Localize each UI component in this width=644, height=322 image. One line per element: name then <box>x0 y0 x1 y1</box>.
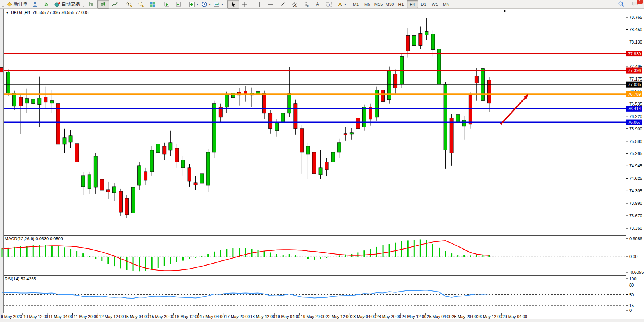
macd-histogram-bar <box>101 257 102 261</box>
equidistant-channel-tool-button[interactable]: E <box>288 0 300 9</box>
tf-button-mn[interactable]: MN <box>440 0 452 8</box>
macd-histogram-bar <box>332 257 333 257</box>
macd-histogram-bar <box>176 257 177 262</box>
auto-trading-button[interactable]: 自动交易 <box>53 0 82 9</box>
macd-histogram-bar <box>289 254 290 257</box>
candle-body <box>50 101 54 103</box>
chart-canvas[interactable]: 78.76578.45078.13077.49577.17576.85576.5… <box>0 9 644 322</box>
auto-scroll-button[interactable] <box>161 0 173 9</box>
price-axis-tick-label: 76.220 <box>629 114 642 119</box>
horizontal-line-tool-button[interactable] <box>265 0 277 9</box>
templates-button[interactable]: ▾ <box>212 0 225 9</box>
macd-histogram-bar <box>445 251 446 257</box>
toolbar-grip[interactable] <box>2 2 4 7</box>
signal-button[interactable] <box>41 0 53 9</box>
time-axis-label: 12 May 12:00 <box>99 314 124 319</box>
macd-histogram-bar <box>270 252 271 257</box>
tf-button-h1[interactable]: H1 <box>395 0 407 8</box>
candlestick-chart-button[interactable] <box>97 0 109 9</box>
price-badge-label: 77.035 <box>628 82 641 87</box>
timeframes-dropdown-caret[interactable]: ▾ <box>209 2 211 6</box>
vertical-line-tool-button[interactable] <box>253 0 265 9</box>
time-axis[interactable]: 9 May 202310 May 12:0011 May 04:0011 May… <box>1 313 527 319</box>
chart-symbol-title[interactable]: ▼UKOil-,H4 76.555 77.095 76.555 77.035 <box>5 10 88 15</box>
price-badge-label: 76.067 <box>628 120 641 125</box>
trendline-tool-button[interactable] <box>277 0 288 9</box>
candle-body <box>56 104 60 144</box>
macd-histogram-bar <box>39 245 40 257</box>
candle-body <box>350 133 353 134</box>
templates-dropdown-caret[interactable]: ▾ <box>221 2 223 6</box>
tile-windows-button[interactable] <box>147 0 158 9</box>
window-left-edge <box>0 9 3 322</box>
zoom-in-button[interactable] <box>123 0 135 9</box>
tile-windows-icon <box>149 1 156 7</box>
tf-button-m30[interactable]: M30 <box>384 0 395 8</box>
search-icon <box>618 1 625 7</box>
toolbar-right-group: 1 <box>615 0 643 9</box>
candle-body <box>138 166 141 185</box>
chart-shift-button[interactable] <box>173 0 184 9</box>
arrow-annotation[interactable] <box>501 95 528 124</box>
macd-histogram-bar <box>76 251 77 257</box>
rsi-axis-label: 0 <box>629 308 632 313</box>
tf-button-w1[interactable]: W1 <box>429 0 440 8</box>
price-badge-77.830: 77.830 <box>626 51 642 56</box>
tf-button-d1[interactable]: D1 <box>418 0 429 8</box>
tf-button-m1[interactable]: M1 <box>350 0 361 8</box>
crosshair-tool-button[interactable] <box>239 0 251 9</box>
macd-histogram-bar <box>376 247 377 257</box>
text-tool-button[interactable]: A <box>312 0 323 9</box>
candle-body <box>100 179 104 190</box>
macd-histogram-bar <box>226 249 227 257</box>
chart-collapse-icon[interactable]: ▼ <box>5 11 9 15</box>
macd-histogram-bar <box>301 257 302 257</box>
tf-button-m15[interactable]: M15 <box>373 0 384 8</box>
macd-histogram-bar <box>420 239 421 257</box>
price-axis-tick-label: 73.990 <box>629 201 642 206</box>
price-axis-tick-label: 74.945 <box>629 164 642 168</box>
new-order-button[interactable]: 新订单 <box>5 0 29 9</box>
indicators-button[interactable]: ▾ <box>187 0 200 9</box>
toolbar-grip[interactable] <box>83 2 84 7</box>
price-axis-tick-label: 78.130 <box>629 40 642 44</box>
macd-histogram-bar <box>245 248 246 257</box>
arrow-objects-button[interactable]: ▾ <box>335 0 347 9</box>
time-axis-label: 15 May 04:00 <box>124 314 149 319</box>
candle-body <box>431 34 435 50</box>
accounts-button[interactable] <box>29 0 41 9</box>
candle-body <box>475 76 478 83</box>
cursor-tool-button[interactable] <box>227 0 239 9</box>
text-label-tool-button[interactable]: T <box>323 0 335 9</box>
macd-histogram-bar <box>370 249 371 257</box>
macd-axis-label: 0.6986 <box>629 236 642 241</box>
candle-body <box>206 152 210 185</box>
chat-button[interactable]: 1 <box>629 0 641 9</box>
macd-panel <box>2 239 626 271</box>
search-button[interactable] <box>615 0 627 9</box>
macd-histogram-bar <box>476 255 477 257</box>
arrow-objects-dropdown-caret[interactable]: ▾ <box>344 2 346 6</box>
line-chart-button[interactable] <box>109 0 121 9</box>
panel-dividers[interactable] <box>3 234 626 276</box>
fibonacci-icon: F <box>303 1 309 7</box>
chart-shift-icon <box>175 1 182 7</box>
candle-body <box>294 104 297 129</box>
price-axis[interactable]: 78.76578.45078.13077.49577.17576.85576.5… <box>626 15 642 231</box>
fibonacci-tool-button[interactable]: F <box>300 0 312 9</box>
rsi-panel <box>2 285 626 306</box>
time-axis-label: 24 May 12:00 <box>402 314 426 319</box>
price-badge-76.789: 76.789 <box>626 91 642 97</box>
zoom-out-button[interactable] <box>135 0 147 9</box>
timeframes-clock-button[interactable]: ▾ <box>200 0 212 9</box>
tf-button-m5[interactable]: M5 <box>361 0 373 8</box>
bar-chart-button[interactable] <box>86 0 97 9</box>
toolbar: 新订单 自动交易 <box>0 0 644 9</box>
candle-body <box>425 32 428 35</box>
candle-body <box>112 187 116 193</box>
tf-button-h4[interactable]: H4 <box>407 0 418 8</box>
price-axis-tick-label: 77.175 <box>629 77 642 81</box>
candle-body <box>94 156 97 187</box>
candle-body <box>450 118 453 153</box>
indicators-dropdown-caret[interactable]: ▾ <box>197 2 198 6</box>
